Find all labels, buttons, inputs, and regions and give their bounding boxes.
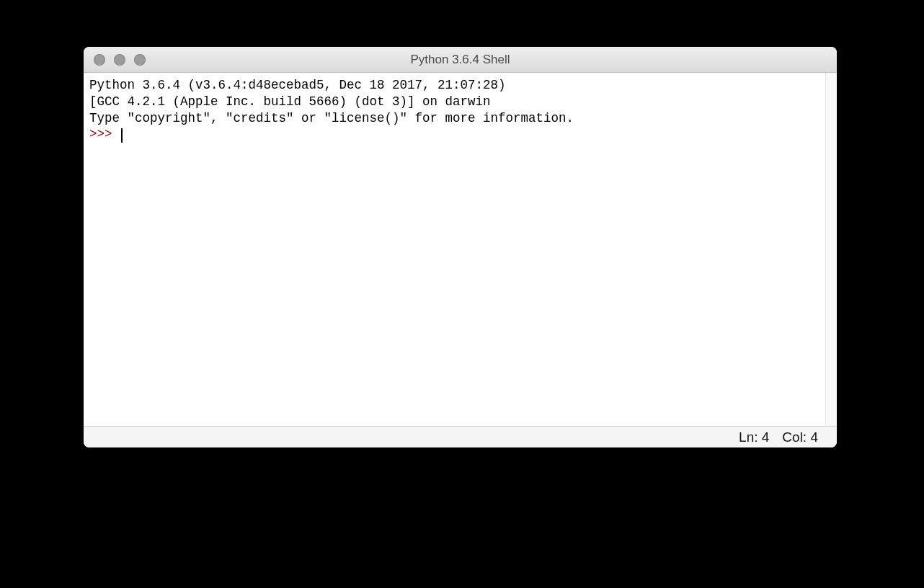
traffic-lights bbox=[84, 54, 146, 66]
shell-banner-line2: [GCC 4.2.1 (Apple Inc. build 5666) (dot … bbox=[89, 94, 491, 109]
shell-prompt: >>> bbox=[89, 127, 120, 141]
python-shell-window: Python 3.6.4 Shell Python 3.6.4 (v3.6.4:… bbox=[84, 47, 837, 447]
shell-banner-line3: Type "copyright", "credits" or "license(… bbox=[89, 111, 574, 125]
content-area: Python 3.6.4 (v3.6.4:d48ecebad5, Dec 18 … bbox=[84, 73, 837, 447]
close-icon[interactable] bbox=[94, 54, 105, 66]
status-col: Col: 4 bbox=[782, 429, 818, 445]
minimize-icon[interactable] bbox=[114, 54, 125, 66]
window-title: Python 3.6.4 Shell bbox=[84, 53, 837, 67]
text-cursor-icon bbox=[121, 128, 123, 143]
status-bar: Ln: 4 Col: 4 bbox=[84, 426, 837, 447]
zoom-icon[interactable] bbox=[134, 54, 146, 66]
status-line: Ln: 4 bbox=[739, 429, 769, 445]
shell-banner-line1: Python 3.6.4 (v3.6.4:d48ecebad5, Dec 18 … bbox=[89, 78, 513, 92]
titlebar[interactable]: Python 3.6.4 Shell bbox=[84, 47, 837, 73]
shell-area: Python 3.6.4 (v3.6.4:d48ecebad5, Dec 18 … bbox=[84, 73, 837, 426]
vertical-scrollbar[interactable] bbox=[825, 73, 837, 426]
shell-text[interactable]: Python 3.6.4 (v3.6.4:d48ecebad5, Dec 18 … bbox=[84, 73, 825, 426]
